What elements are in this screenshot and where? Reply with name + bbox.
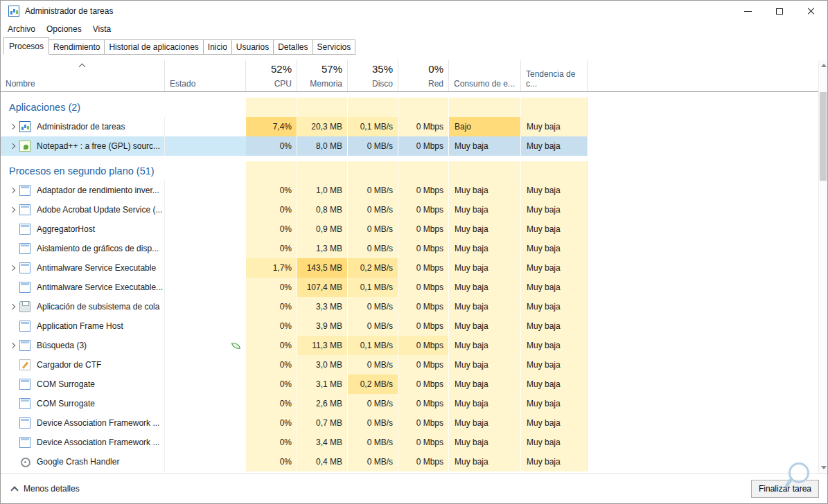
- column-header-nombre[interactable]: Nombre: [1, 60, 165, 91]
- window-icon: [19, 262, 30, 273]
- process-row[interactable]: Device Association Framework ...0%0,7 MB…: [1, 413, 827, 433]
- cell-network: 0 Mbps: [398, 355, 449, 375]
- cell-power-trend: Muy baja: [521, 278, 588, 297]
- expand-chevron-icon[interactable]: [10, 207, 15, 213]
- table-header: Nombre Estado 52% CPU 57% Memoria 35% Di…: [1, 60, 827, 92]
- cell-power-trend: Muy baja: [521, 181, 588, 200]
- column-header-memoria[interactable]: 57% Memoria: [297, 60, 348, 91]
- process-row[interactable]: Antimalware Service Executable1,7%143,5 …: [1, 258, 827, 278]
- menu-opciones[interactable]: Opciones: [41, 22, 87, 36]
- expand-chevron-icon[interactable]: [10, 188, 15, 193]
- cell-power-trend: Muy baja: [521, 413, 588, 433]
- cell-cpu: 0%: [246, 316, 297, 336]
- process-row[interactable]: Cargador de CTF0%3,0 MB0 MB/s0 MbpsMuy b…: [1, 355, 827, 375]
- process-row[interactable]: Administrador de tareas7,4%20,3 MB0,1 MB…: [1, 117, 827, 136]
- cell-network: 0 Mbps: [398, 278, 449, 297]
- window-icon: [19, 243, 30, 254]
- expand-chevron-slot: [6, 208, 19, 212]
- tab-rendimiento[interactable]: Rendimiento: [49, 39, 105, 55]
- group-header-row[interactable]: Aplicaciones (2): [1, 98, 827, 117]
- tab-inicio[interactable]: Inicio: [203, 39, 232, 55]
- process-row[interactable]: Búsqueda (3)0%11,3 MB0,1 MB/s0 MbpsMuy b…: [1, 336, 827, 355]
- process-row[interactable]: Aislamiento de gráficos de disp...0%1,3 …: [1, 239, 827, 258]
- process-name-cell: Cargador de CTF: [1, 355, 165, 375]
- column-header-consumo[interactable]: Consumo de e...: [449, 60, 521, 91]
- column-header-cpu[interactable]: 52% CPU: [246, 60, 297, 91]
- process-row[interactable]: Google Crash Handler0%0,4 MB0 MB/s0 Mbps…: [1, 452, 827, 471]
- process-row[interactable]: Notepad++ : a free (GPL) sourc...0%8,0 M…: [1, 136, 827, 156]
- cell-power: Muy baja: [449, 452, 521, 471]
- cell-memory: 11,3 MB: [297, 336, 348, 355]
- process-row[interactable]: COM Surrogate0%2,6 MB0 MB/s0 MbpsMuy baj…: [1, 394, 827, 413]
- process-row[interactable]: AggregatorHost0%0,9 MB0 MB/s0 MbpsMuy ba…: [1, 219, 827, 239]
- expand-chevron-slot: [6, 305, 19, 309]
- maximize-button[interactable]: [764, 1, 795, 21]
- cell-network: 0 Mbps: [398, 297, 449, 316]
- cell-cpu: 1,7%: [246, 258, 297, 278]
- tab-servicios[interactable]: Servicios: [312, 39, 356, 55]
- cell-disk: 0 MB/s: [348, 452, 398, 471]
- less-details-toggle[interactable]: Menos detalles: [6, 484, 80, 494]
- process-row[interactable]: COM Surrogate0%3,1 MB0,2 MB/s0 MbpsMuy b…: [1, 375, 827, 394]
- process-name-cell: Google Crash Handler: [1, 452, 165, 471]
- group-heat-cell: [449, 161, 521, 181]
- tab-procesos[interactable]: Procesos: [3, 37, 49, 55]
- expand-chevron-icon[interactable]: [10, 304, 15, 309]
- process-row[interactable]: Adaptador de rendimiento inver...0%1,0 M…: [1, 181, 827, 200]
- cell-memory: 0,8 MB: [297, 200, 348, 219]
- tab-detalles[interactable]: Detalles: [273, 39, 312, 55]
- cell-cpu: 0%: [246, 413, 297, 433]
- group-header-row[interactable]: Procesos en segundo plano (51): [1, 161, 827, 181]
- process-row[interactable]: Application Frame Host0%3,9 MB0 MB/s0 Mb…: [1, 316, 827, 336]
- cell-disk: 0 MB/s: [348, 239, 398, 258]
- process-row[interactable]: Device Association Framework ...0%3,4 MB…: [1, 433, 827, 452]
- window-icon: [19, 204, 30, 215]
- window-icon: [19, 282, 30, 293]
- process-name: AggregatorHost: [37, 219, 164, 239]
- cell-power: Muy baja: [449, 278, 521, 297]
- network-total-usage: 0%: [403, 63, 443, 75]
- process-name-cell: Adaptador de rendimiento inver...: [1, 181, 165, 200]
- expand-chevron-icon[interactable]: [10, 265, 15, 271]
- cell-power-trend: Muy baja: [521, 375, 588, 394]
- process-row[interactable]: Antimalware Service Executable...0%107,4…: [1, 278, 827, 297]
- minimize-button[interactable]: [732, 1, 764, 21]
- column-header-estado[interactable]: Estado: [165, 60, 246, 91]
- cell-power: Muy baja: [449, 136, 521, 156]
- expand-chevron-icon[interactable]: [10, 143, 15, 149]
- task-manager-window: Administrador de tareas Archivo Opciones…: [0, 0, 828, 504]
- window-icon: [19, 185, 30, 196]
- cell-memory: 3,3 MB: [297, 297, 348, 316]
- vertical-scrollbar[interactable]: [818, 60, 827, 473]
- cell-power: Muy baja: [449, 394, 521, 413]
- tab-usuarios[interactable]: Usuarios: [231, 39, 274, 55]
- end-task-button[interactable]: Finalizar tarea: [751, 480, 819, 498]
- group-heat-cell: [297, 98, 348, 117]
- tab-historial-de-aplicaciones[interactable]: Historial de aplicaciones: [104, 39, 203, 55]
- cell-disk: 0 MB/s: [348, 394, 398, 413]
- cell-network: 0 Mbps: [398, 433, 449, 452]
- cell-disk: 0 MB/s: [348, 297, 398, 316]
- scroll-up-icon[interactable]: [821, 64, 827, 67]
- cell-power-trend: Muy baja: [521, 200, 588, 219]
- status-cell: [165, 219, 246, 239]
- gear-icon: [19, 456, 30, 467]
- column-header-tendencia[interactable]: Tendencia de c...: [521, 60, 588, 91]
- menu-vista[interactable]: Vista: [87, 22, 116, 36]
- column-header-red[interactable]: 0% Red: [398, 60, 449, 91]
- column-header-disco[interactable]: 35% Disco: [348, 60, 398, 91]
- expand-chevron-icon[interactable]: [10, 343, 15, 348]
- notepad-icon: [19, 141, 30, 152]
- app-icon: [8, 6, 19, 17]
- close-button[interactable]: [795, 1, 827, 21]
- process-name: COM Surrogate: [37, 394, 164, 413]
- menu-archivo[interactable]: Archivo: [2, 22, 41, 36]
- cell-power-trend: Muy baja: [521, 117, 588, 136]
- process-row[interactable]: Adobe Acrobat Update Service (...0%0,8 M…: [1, 200, 827, 219]
- scrollbar-thumb[interactable]: [820, 92, 827, 181]
- process-name-cell: AggregatorHost: [1, 219, 165, 239]
- process-row[interactable]: Aplicación de subsistema de cola0%3,3 MB…: [1, 297, 827, 316]
- expand-chevron-icon[interactable]: [10, 124, 15, 129]
- scroll-down-icon[interactable]: [821, 466, 827, 469]
- menu-bar: Archivo Opciones Vista: [1, 21, 827, 37]
